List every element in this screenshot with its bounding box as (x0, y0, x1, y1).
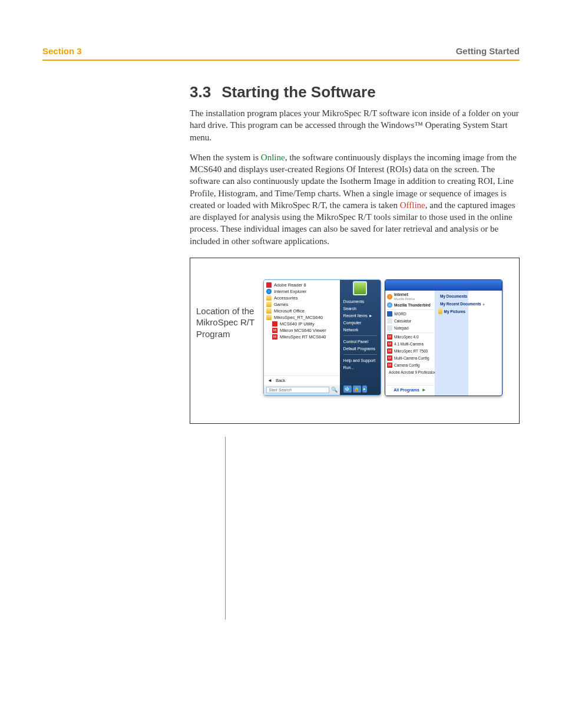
intro-paragraph: The installation program places your Mik… (190, 107, 520, 143)
link-help[interactable]: Help and Support (343, 358, 377, 363)
link-default-programs[interactable]: Default Programs (343, 347, 377, 351)
xp-multicamera[interactable]: M4.1 Multi-Camera (385, 341, 435, 348)
back-button[interactable]: ◄Back (264, 376, 340, 385)
folder-icon (266, 302, 272, 307)
figure-caption: Location of the MikroSpec R/T Program (196, 305, 260, 340)
xp-mikrospec40[interactable]: MMikroSpec 4.0 (385, 334, 435, 341)
app-icon: M (387, 341, 392, 347)
vista-right-pane: Documents Search Recent Items ► Computer… (340, 280, 381, 395)
online-term: Online (261, 153, 285, 162)
xp-left-pane: InternetMozilla Firefox Mozilla Thunderb… (385, 291, 435, 396)
ie-icon (266, 289, 272, 294)
folder-icon (438, 308, 442, 314)
xp-my-documents[interactable]: My Documents (437, 292, 467, 300)
back-arrow-icon: ◄ (267, 378, 272, 383)
link-recent-items[interactable]: Recent Items ► (343, 314, 377, 318)
link-documents[interactable]: Documents (343, 299, 377, 304)
program-adobe-reader[interactable]: Adobe Reader 8 (264, 282, 340, 288)
xp-notepad[interactable]: Notepad (385, 325, 435, 332)
xp-my-pictures[interactable]: My Pictures (437, 308, 467, 315)
title-number: 3.3 (190, 83, 211, 101)
search-icon[interactable]: 🔍 (331, 387, 338, 393)
folder-msoffice[interactable]: Microsoft Office (264, 308, 340, 314)
program-mcs640-viewer[interactable]: MMikron MCS640 Viewer (264, 327, 340, 334)
folder-icon (266, 308, 272, 314)
user-avatar (353, 281, 367, 295)
xp-word[interactable]: WORD (385, 311, 435, 318)
lock-button[interactable]: 🔒 (353, 386, 361, 393)
xp-calculator[interactable]: Calculator (385, 318, 435, 325)
folder-games[interactable]: Games (264, 301, 340, 308)
folder-mikrospec[interactable]: MikroSpec_RT_MCS640 (264, 314, 340, 321)
xp-recent-docs[interactable]: My Recent Documents▸ (437, 300, 467, 308)
offline-term: Offline (400, 200, 425, 210)
header-right: Getting Started (456, 46, 520, 56)
program-ip-utility[interactable]: MCS640 IP Utility (264, 321, 340, 327)
folder-accessories[interactable]: Accessories (264, 295, 340, 301)
page: Section 3 Getting Started 3.3Starting th… (0, 0, 562, 728)
folder-icon (266, 295, 272, 301)
app-icon: M (272, 334, 277, 340)
app-icon (272, 321, 277, 327)
app-icon: M (387, 334, 392, 340)
xp-acrobat[interactable]: Adobe Acrobat 9 Professional (385, 369, 435, 376)
search-input[interactable] (266, 387, 329, 393)
vista-left-pane: Adobe Reader 8 Internet Explorer Accesso… (264, 280, 340, 395)
link-computer[interactable]: Computer (343, 321, 377, 325)
xp-camconfig[interactable]: MCamera Config (385, 362, 435, 369)
app-icon: M (387, 363, 392, 368)
section-label: Section 3 (42, 46, 82, 56)
program-internet-explorer[interactable]: Internet Explorer (264, 288, 340, 295)
xp-right-pane: My Documents My Recent Documents▸ My Pic… (435, 291, 468, 396)
power-menu-button[interactable]: ▸ (362, 386, 367, 393)
margin-rule (225, 437, 520, 620)
chevron-right-icon: ► (422, 387, 427, 393)
content-column: 3.3Starting the Software The installatio… (190, 83, 520, 424)
adobe-icon (266, 282, 272, 288)
search-row: 🔍 (264, 385, 340, 395)
notepad-icon (387, 325, 392, 331)
body-paragraph: When the system is Online, the software … (190, 151, 520, 247)
thunderbird-icon (387, 302, 392, 308)
app-icon: M (387, 355, 392, 361)
chevron-right-icon: ▸ (483, 302, 485, 306)
xp-all-programs[interactable]: All Programs► (385, 385, 435, 394)
section-title: 3.3Starting the Software (190, 83, 520, 101)
app-icon: M (387, 348, 392, 354)
link-control-panel[interactable]: Control Panel (343, 340, 377, 344)
xp-email[interactable]: Mozilla Thunderbird (385, 302, 435, 309)
header-rule (42, 60, 520, 61)
xp-multiconfig[interactable]: MMulti-Camera Config (385, 355, 435, 362)
link-search[interactable]: Search (343, 307, 377, 311)
figure-start-menu: Location of the MikroSpec R/T Program Ad… (190, 258, 520, 424)
xp-header (385, 280, 502, 291)
calc-icon (387, 318, 392, 324)
xp-rt7500[interactable]: MMikroSpec RT 7500 (385, 348, 435, 355)
title-text: Starting the Software (222, 83, 375, 101)
firefox-icon (387, 294, 392, 299)
xp-start-menu: InternetMozilla Firefox Mozilla Thunderb… (385, 279, 503, 396)
power-button[interactable]: ⏻ (343, 386, 352, 393)
app-icon: M (272, 328, 277, 333)
word-icon (387, 311, 392, 317)
vista-start-menu: Adobe Reader 8 Internet Explorer Accesso… (263, 279, 381, 396)
link-run[interactable]: Run... (343, 365, 377, 370)
program-mikrospec-rt[interactable]: MMikroSpec RT MCS640 (264, 334, 340, 340)
running-header: Section 3 Getting Started (42, 46, 520, 56)
link-network[interactable]: Network (343, 328, 377, 332)
xp-internet[interactable]: InternetMozilla Firefox (385, 292, 435, 302)
folder-icon (266, 315, 272, 320)
